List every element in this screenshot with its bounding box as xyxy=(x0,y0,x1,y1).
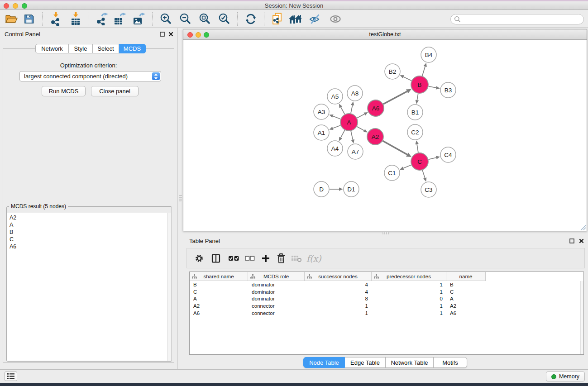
first-neighbors-button[interactable] xyxy=(288,11,303,27)
zoom-in-button[interactable] xyxy=(158,11,173,27)
graph-node-A6[interactable]: A6 xyxy=(368,100,384,116)
hide-selected-button[interactable] xyxy=(307,11,323,27)
control-tab-style[interactable]: Style xyxy=(69,44,93,53)
graph-node-C3[interactable]: C3 xyxy=(421,182,436,197)
graph-node-B3[interactable]: B3 xyxy=(440,82,456,98)
graph-edge-A2-C[interactable] xyxy=(383,141,407,154)
select-all-columns-button[interactable] xyxy=(228,252,239,265)
graph-edge-A6-B[interactable] xyxy=(383,91,407,104)
import-table-button[interactable] xyxy=(68,11,83,27)
close-panel-icon[interactable] xyxy=(579,238,584,243)
mcds-result-item[interactable]: A2 xyxy=(10,214,171,221)
splitter-handle-horizontal[interactable] xyxy=(382,232,389,234)
table-row[interactable]: Bdominator41B xyxy=(190,281,583,288)
graph-edge-A-A5[interactable] xyxy=(341,107,345,114)
refresh-button[interactable] xyxy=(243,11,258,27)
zoom-fit-button[interactable] xyxy=(197,11,212,27)
delete-table-button[interactable] xyxy=(291,252,302,265)
memory-button[interactable]: Memory xyxy=(546,372,585,381)
graph-node-D1[interactable]: D1 xyxy=(344,181,359,197)
graph-node-B4[interactable]: B4 xyxy=(421,47,436,62)
show-all-button[interactable] xyxy=(328,11,343,27)
create-column-button[interactable] xyxy=(261,252,270,265)
float-panel-icon[interactable] xyxy=(160,32,165,37)
graph-edge-B-B4[interactable] xyxy=(422,67,425,76)
search-input[interactable] xyxy=(450,14,584,24)
graph-node-B[interactable]: B xyxy=(411,76,428,93)
save-session-button[interactable] xyxy=(21,11,37,27)
column-header-predecessor-nodes[interactable]: predecessor nodes xyxy=(372,272,446,281)
mcds-result-item[interactable]: C xyxy=(10,236,171,243)
graph-edge-A-A8[interactable] xyxy=(351,105,353,113)
table-row[interactable]: A6connector11A6 xyxy=(190,310,583,317)
graph-edge-A-A7[interactable] xyxy=(351,131,353,140)
zoom-selected-button[interactable] xyxy=(216,11,232,27)
graph-node-C1[interactable]: C1 xyxy=(384,165,400,181)
table-tab-edge-table[interactable]: Edge Table xyxy=(345,357,386,368)
export-network-button[interactable] xyxy=(95,11,110,27)
float-panel-icon[interactable] xyxy=(569,238,574,243)
task-history-button[interactable] xyxy=(5,372,17,381)
graph-edge-B-B3[interactable] xyxy=(429,86,436,88)
graph-edge-C-C2[interactable] xyxy=(417,144,418,153)
close-panel-icon[interactable] xyxy=(168,32,173,37)
column-header-shared-name[interactable]: shared name xyxy=(190,272,248,281)
graph-node-A3[interactable]: A3 xyxy=(314,104,329,119)
graph-node-C2[interactable]: C2 xyxy=(407,124,423,140)
main-titlebar[interactable]: Session: New Session xyxy=(0,1,588,10)
graph-node-B1[interactable]: B1 xyxy=(407,105,423,120)
control-tab-select[interactable]: Select xyxy=(93,44,119,53)
graph-edge-B-B1[interactable] xyxy=(417,94,418,100)
node-table-scrollbar[interactable] xyxy=(580,281,583,354)
table-row[interactable]: A2connector11A2 xyxy=(190,302,583,310)
zoom-out-button[interactable] xyxy=(177,11,193,27)
export-image-button[interactable] xyxy=(131,11,147,27)
graph-node-B2[interactable]: B2 xyxy=(385,64,400,79)
mcds-result-item[interactable]: A xyxy=(10,221,171,229)
graph-node-A5[interactable]: A5 xyxy=(327,89,343,104)
open-session-button[interactable] xyxy=(4,11,19,27)
graph-node-A7[interactable]: A7 xyxy=(348,144,363,159)
show-columns-button[interactable] xyxy=(211,252,221,265)
graph-node-A1[interactable]: A1 xyxy=(314,125,329,140)
apply-function-button[interactable]: f(x) xyxy=(306,252,321,265)
column-header-name[interactable]: name xyxy=(446,272,486,281)
graph-edge-A-A1[interactable] xyxy=(333,125,340,128)
resize-grip-icon[interactable] xyxy=(581,225,586,230)
table-row[interactable]: Adominator80A xyxy=(190,295,583,303)
table-row[interactable]: Cdominator41C xyxy=(190,288,583,295)
graph-node-D[interactable]: D xyxy=(314,181,329,197)
unselect-all-columns-button[interactable] xyxy=(245,252,255,265)
mcds-result-list[interactable]: A2ABCA6 xyxy=(7,213,171,361)
import-network-button[interactable] xyxy=(48,11,63,27)
graph-node-C[interactable]: C xyxy=(411,153,428,170)
graph-edge-A-A4[interactable] xyxy=(341,130,345,138)
column-header-MCDS-role[interactable]: MCDS role xyxy=(248,272,305,281)
table-tab-node-table[interactable]: Node Table xyxy=(303,357,345,368)
graph-edge-C-C3[interactable] xyxy=(422,170,425,178)
graph-edge-C-C4[interactable] xyxy=(428,157,436,159)
run-mcds-button[interactable]: Run MCDS xyxy=(42,86,86,96)
mcds-result-item[interactable]: B xyxy=(10,229,171,236)
graph-node-C4[interactable]: C4 xyxy=(440,147,456,162)
graph-edge-A-A2[interactable] xyxy=(357,127,364,131)
column-header-successor-nodes[interactable]: successor nodes xyxy=(305,272,372,281)
table-tab-motifs[interactable]: Motifs xyxy=(434,357,467,368)
splitter-handle-vertical[interactable] xyxy=(179,195,182,202)
graph-edge-B-B2[interactable] xyxy=(403,77,411,81)
control-tab-mcds[interactable]: MCDS xyxy=(119,44,146,53)
table-tab-network-table[interactable]: Network Table xyxy=(386,357,434,368)
graph-node-A[interactable]: A xyxy=(340,114,358,131)
table-options-button[interactable] xyxy=(194,252,204,265)
control-tab-network[interactable]: Network xyxy=(35,44,69,53)
mcds-result-item[interactable]: A6 xyxy=(10,243,171,250)
criterion-dropdown[interactable]: largest connected component (directed) xyxy=(19,71,161,81)
network-canvas[interactable]: AA1A2A3A4A5A6A7A8BB1B2B3B4CC1C2C3C4DD1 xyxy=(183,40,587,231)
export-table-button[interactable] xyxy=(112,11,128,27)
delete-columns-button[interactable] xyxy=(277,252,286,265)
close-panel-button[interactable]: Close panel xyxy=(91,86,139,96)
network-window-titlebar[interactable]: testGlobe.txt xyxy=(183,29,587,40)
graph-edge-A-A6[interactable] xyxy=(357,114,365,118)
graph-node-A8[interactable]: A8 xyxy=(347,86,363,101)
graph-edge-A-A3[interactable] xyxy=(333,116,340,119)
